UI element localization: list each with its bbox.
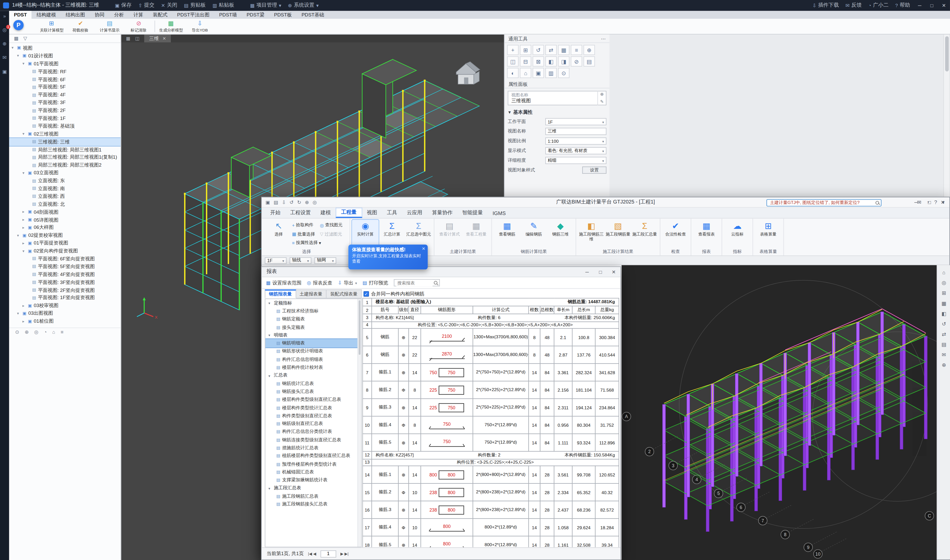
summary-calc-button[interactable]: Σ汇总计算: [379, 220, 405, 248]
submit-button[interactable]: ⇧提交: [138, 2, 154, 9]
tree-footer-icon[interactable]: ⊕: [25, 329, 29, 335]
view-tool-icon[interactable]: ⌂: [942, 269, 945, 275]
tree-expand-icon[interactable]: ▾: [12, 46, 15, 51]
more-icon[interactable]: ⋯: [601, 36, 606, 42]
rebar-table-row[interactable]: 12构件名称: KZ2[457]构件数量: 2本构件钢筋重: 150.584Kg: [362, 451, 619, 459]
calc-book-button[interactable]: ▤计算书显示: [95, 19, 124, 34]
tool-icon[interactable]: ◧: [545, 56, 557, 67]
rebar-table-row[interactable]: 3构件名称: KZ1[445]构件数量: 6本构件钢筋重: 250.606Kg: [362, 314, 619, 322]
viewcube-home-icon[interactable]: [452, 60, 482, 88]
apps-icon[interactable]: ▣: [2, 69, 7, 74]
view-tool-icon[interactable]: ⊕: [942, 362, 946, 368]
maximize-button[interactable]: □: [594, 269, 607, 274]
tree-item[interactable]: ▤平面视图: 2F竖向提资视图: [9, 286, 120, 294]
load-check-button[interactable]: ✔荷载校验: [66, 19, 95, 34]
rebar-table-row[interactable]: 7箍筋.1⊕147507502*(750+750)+2*(12.89*d)148…: [362, 364, 619, 382]
tree-item[interactable]: ▤平面视图: 2F: [9, 107, 120, 114]
tree-item[interactable]: ▤平面视图: 3F竖向提资视图: [9, 278, 120, 286]
menu-tab-算量协作[interactable]: 算量协作: [427, 208, 457, 218]
report-tree-item[interactable]: ▤支撑梁加腋钢筋统计表: [265, 476, 361, 484]
tree-item[interactable]: ▤局部三维视图: 局部三维视图1: [9, 146, 120, 153]
report-tree-item[interactable]: ▤措施筋统计汇总表: [265, 444, 361, 452]
tool-icon[interactable]: ≡: [571, 45, 582, 55]
tool-icon[interactable]: ▥: [545, 68, 557, 78]
pager-button[interactable]: ▶|: [344, 552, 349, 556]
assistant-button[interactable]: ◔广小二: [868, 2, 889, 9]
segment-summary-button[interactable]: Σ施工段汇总量: [631, 220, 658, 248]
report-tree-item[interactable]: ▤工程技术经济指标: [265, 307, 361, 315]
report-tree-item[interactable]: ▤施工段钢筋汇总表: [265, 492, 361, 500]
ribbon-tab-PDST[interactable]: PDST: [9, 11, 32, 19]
report-tree-item[interactable]: ▤接头定额表: [265, 323, 361, 331]
gtj-search-input[interactable]: [769, 199, 876, 206]
report-search-input[interactable]: [396, 279, 432, 286]
tree-expand-icon[interactable]: ▾: [17, 233, 20, 238]
property-value-dropdown[interactable]: 1F▾: [545, 118, 606, 125]
tool-icon[interactable]: ↺: [532, 45, 544, 55]
cloud-sync-icon[interactable]: ⊕: [3, 41, 7, 47]
tree-item[interactable]: ▾▣02竖向构件提资视图: [9, 247, 120, 255]
view-tool-icon[interactable]: ▤: [942, 342, 946, 348]
tree-expand-icon[interactable]: ▸: [22, 303, 26, 308]
view-tool-icon[interactable]: ↺: [942, 321, 946, 327]
ribbon-tab-PDST平法出图[interactable]: PDST平法出图: [172, 11, 214, 19]
property-value-dropdown[interactable]: 着色: 有光照, 有材质▾: [545, 147, 606, 154]
tool-icon[interactable]: ⌂: [520, 68, 531, 78]
pager-button[interactable]: ▶: [340, 552, 344, 556]
quick-access-icon[interactable]: ▣: [265, 199, 270, 205]
support-icon[interactable]: ◎1: [2, 27, 6, 32]
validity-check-button[interactable]: ✔合法性检查: [662, 220, 689, 248]
quick-access-icon[interactable]: ⊕: [305, 199, 309, 205]
rebar-table-row[interactable]: 11箍筋.5⊕14750750+2*(12.89*d)14841.11193.3…: [362, 434, 619, 452]
tree-item[interactable]: ▸▣01桩位图: [9, 317, 120, 325]
ribbon-tab-协同[interactable]: 协同: [90, 11, 109, 19]
tree-expand-icon[interactable]: ▾: [17, 311, 20, 316]
tooltip-close-icon[interactable]: ✕: [422, 246, 425, 251]
project-manage-menu[interactable]: ▦项目管理▾: [250, 2, 281, 9]
tree-footer-icon[interactable]: ⊙: [15, 329, 19, 335]
ribbon-tab-PDST板[interactable]: PDST板: [269, 11, 297, 19]
report-search-box[interactable]: [394, 279, 440, 286]
tree-expand-icon[interactable]: ▾: [22, 131, 26, 136]
basic-props-section[interactable]: ▾ 基本属性: [505, 105, 610, 117]
property-value-dropdown[interactable]: 精细▾: [545, 157, 606, 164]
tree-item[interactable]: ▤立面视图: 东: [9, 177, 120, 185]
tree-item[interactable]: ▤平面视图: 4F竖向提资视图: [9, 271, 120, 278]
export-ydb-button[interactable]: ⇩导出YDB: [185, 19, 214, 34]
filter-element-button[interactable]: ▽过滤图元: [320, 230, 348, 238]
tree-item[interactable]: ▤平面视图: 基础顶: [9, 122, 120, 130]
report-tree-item[interactable]: ▾施工段汇总表: [265, 484, 361, 492]
quick-access-icon[interactable]: ↻: [297, 199, 301, 205]
report-tab-钢筋报表量[interactable]: 钢筋报表量: [265, 289, 296, 298]
tree-item[interactable]: ▤局部三维视图: 局部三维视图1(复制1): [9, 154, 120, 161]
split-view-icon[interactable]: ◫: [133, 35, 142, 41]
page-number-input[interactable]: [320, 550, 336, 557]
maximize-button[interactable]: □: [925, 3, 938, 8]
view-calc-expr-button[interactable]: ▤查看计算式: [436, 220, 463, 248]
table-calc-button[interactable]: ⊞表格算量: [755, 220, 782, 248]
ribbon-tab-结构出图[interactable]: 结构出图: [61, 11, 90, 19]
report-tree-item[interactable]: ▤楼层构件统计校对表: [265, 363, 361, 371]
gen-analysis-model-button[interactable]: ▦生成分析模型: [156, 19, 185, 34]
ribbon-tab-分析[interactable]: 分析: [109, 11, 129, 19]
menu-tab-工程量[interactable]: 工程量: [336, 208, 362, 218]
pdst-assistant-logo[interactable]: P: [13, 20, 23, 30]
menu-tab-工程设置[interactable]: 工程设置: [285, 208, 316, 218]
export-button[interactable]: ⇩导出▾: [338, 279, 357, 286]
tool-icon[interactable]: ▤: [583, 56, 595, 67]
tool-icon[interactable]: ⊟: [520, 56, 531, 67]
help-button[interactable]: ?帮助: [895, 2, 910, 9]
report-tree-item[interactable]: ▤钢筋接头汇总表: [265, 388, 361, 395]
pager-button[interactable]: |◀: [308, 552, 313, 556]
view-tool-icon[interactable]: ◧: [942, 311, 946, 317]
report-tree-item[interactable]: ▾明细表: [265, 331, 361, 339]
tree-expand-icon[interactable]: ▸: [22, 319, 26, 324]
rebar-table-row[interactable]: 17箍筋.4Φ10800800+2*(12.89*d)14281.05829.6…: [362, 518, 619, 536]
view-quantity-button[interactable]: ▦查看工程量: [463, 220, 490, 248]
view-combo-轴网[interactable]: 轴网▾: [315, 257, 336, 264]
checkbox-checked-icon[interactable]: ✓: [364, 291, 369, 297]
view-tool-icon[interactable]: ⊞: [942, 290, 946, 296]
report-tab-土建报表量[interactable]: 土建报表量: [296, 289, 327, 298]
pick-element-button[interactable]: +拾取构件: [292, 221, 320, 230]
rebar-table-row[interactable]: 5钢筋⊕2221001300+Max(3700/6,800,600)8482.1…: [362, 328, 619, 346]
